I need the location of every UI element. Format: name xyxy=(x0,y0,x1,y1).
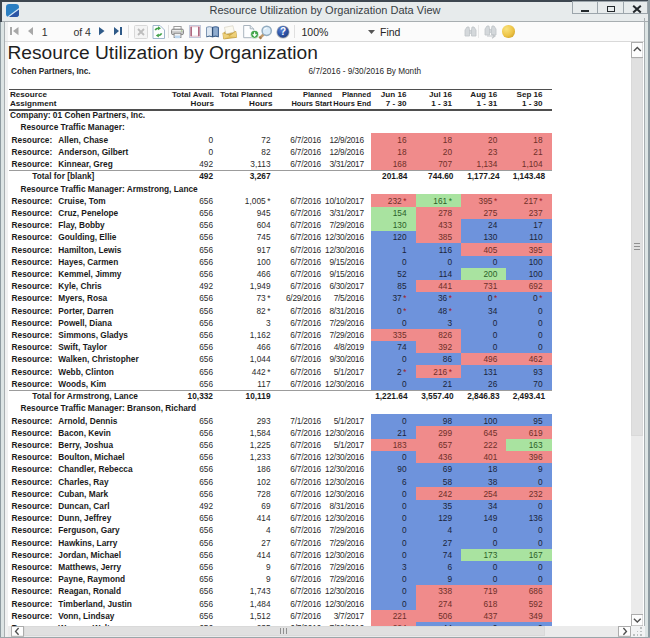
svg-text:?: ? xyxy=(280,26,286,37)
